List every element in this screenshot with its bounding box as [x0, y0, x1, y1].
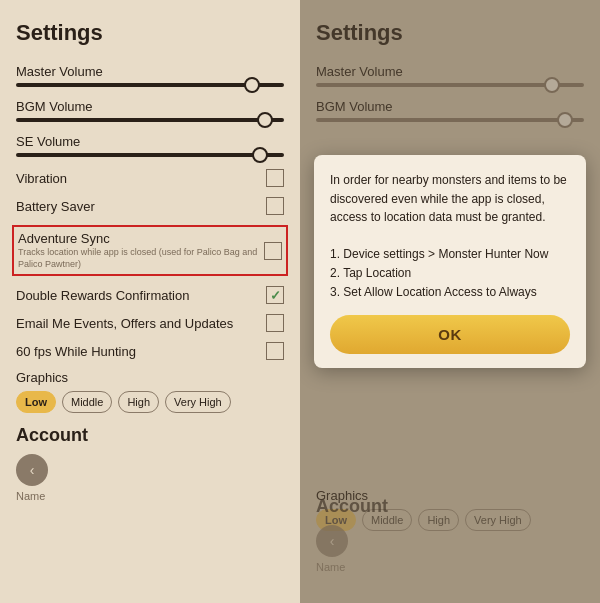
battery-saver-row: Battery Saver [16, 197, 284, 215]
adventure-sync-checkbox[interactable] [264, 242, 282, 260]
fps-checkbox[interactable] [266, 342, 284, 360]
email-events-label: Email Me Events, Offers and Updates [16, 316, 266, 331]
vibration-row: Vibration [16, 169, 284, 187]
vibration-label: Vibration [16, 171, 266, 186]
left-panel: Settings Master Volume BGM Volume SE Vol… [0, 0, 300, 603]
fps-label: 60 fps While Hunting [16, 344, 266, 359]
vibration-checkbox[interactable] [266, 169, 284, 187]
master-volume-label: Master Volume [16, 64, 284, 79]
bgm-volume-track[interactable] [16, 118, 284, 122]
adventure-sync-label: Adventure Sync [18, 231, 264, 246]
master-volume-thumb[interactable] [244, 77, 260, 93]
se-volume-label: SE Volume [16, 134, 284, 149]
bgm-volume-thumb[interactable] [257, 112, 273, 128]
master-volume-row: Master Volume [16, 64, 284, 87]
account-name-label: Name [16, 490, 284, 502]
bgm-volume-row: BGM Volume [16, 99, 284, 122]
left-settings-title: Settings [16, 20, 284, 46]
graphics-high-button[interactable]: High [118, 391, 159, 413]
modal-body-text: In order for nearby monsters and items t… [330, 171, 570, 301]
double-rewards-label: Double Rewards Confirmation [16, 288, 266, 303]
graphics-low-button[interactable]: Low [16, 391, 56, 413]
graphics-label: Graphics [16, 370, 284, 385]
email-events-row: Email Me Events, Offers and Updates [16, 314, 284, 332]
battery-saver-checkbox[interactable] [266, 197, 284, 215]
adventure-sync-sublabel: Tracks location while app is closed (use… [18, 247, 264, 270]
graphics-section: Graphics Low Middle High Very High [16, 370, 284, 413]
graphics-middle-button[interactable]: Middle [62, 391, 112, 413]
se-volume-thumb[interactable] [252, 147, 268, 163]
fps-row: 60 fps While Hunting [16, 342, 284, 360]
adventure-sync-highlighted-row: Adventure Sync Tracks location while app… [12, 225, 288, 276]
se-volume-track[interactable] [16, 153, 284, 157]
double-rewards-checkbox[interactable]: ✓ [266, 286, 284, 304]
graphics-buttons-group: Low Middle High Very High [16, 391, 284, 413]
account-title: Account [16, 425, 284, 446]
master-volume-track[interactable] [16, 83, 284, 87]
modal-dialog: In order for nearby monsters and items t… [314, 155, 586, 368]
email-events-checkbox[interactable] [266, 314, 284, 332]
right-panel: Settings Master Volume BGM Volume In ord… [300, 0, 600, 603]
double-rewards-row: Double Rewards Confirmation ✓ [16, 286, 284, 304]
adventure-sync-inner-row: Adventure Sync Tracks location while app… [18, 231, 282, 270]
bgm-volume-label: BGM Volume [16, 99, 284, 114]
battery-saver-label: Battery Saver [16, 199, 266, 214]
account-avatar[interactable]: ‹ [16, 454, 48, 486]
graphics-very-high-button[interactable]: Very High [165, 391, 231, 413]
se-volume-row: SE Volume [16, 134, 284, 157]
modal-ok-button[interactable]: OK [330, 315, 570, 354]
account-section: Account ‹ Name [16, 425, 284, 502]
